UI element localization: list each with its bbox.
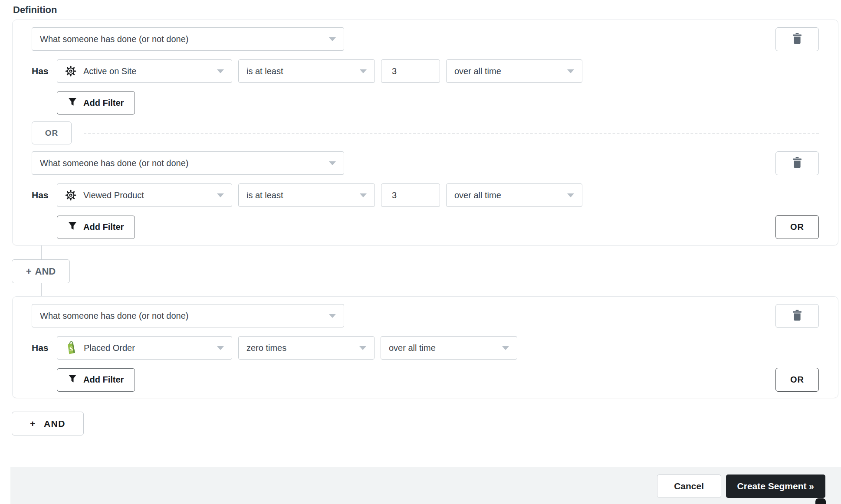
and-button-label: AND: [35, 266, 56, 277]
operator-dropdown[interactable]: is at least: [238, 183, 375, 207]
add-filter-label: Add Filter: [83, 375, 124, 385]
chevron-down-icon: [329, 161, 336, 165]
add-and-group-button[interactable]: + AND: [12, 259, 70, 283]
timeframe-value: over all time: [454, 190, 501, 200]
condition-block: What someone has done (or not done) Has: [32, 151, 819, 239]
condition-type-value: What someone has done (or not done): [40, 158, 188, 168]
timeframe-dropdown[interactable]: over all time: [381, 336, 517, 360]
condition-type-value: What someone has done (or not done): [40, 311, 188, 321]
and-connector-line: [41, 245, 42, 259]
add-filter-button[interactable]: Add Filter: [57, 368, 135, 392]
trash-icon: [792, 33, 802, 46]
operator-value: is at least: [246, 190, 283, 200]
delete-condition-button[interactable]: [775, 304, 819, 328]
condition-type-value: What someone has done (or not done): [40, 34, 188, 44]
funnel-icon: [68, 374, 77, 385]
trash-icon: [792, 310, 802, 323]
event-value: Active on Site: [83, 66, 136, 76]
condition-type-dropdown[interactable]: What someone has done (or not done): [32, 304, 344, 327]
add-and-group-button[interactable]: + AND: [12, 412, 84, 435]
trash-icon: [792, 157, 802, 170]
add-or-condition-button[interactable]: OR: [775, 215, 819, 239]
chevron-down-icon: [217, 346, 224, 350]
has-label: Has: [32, 343, 51, 353]
event-dropdown[interactable]: Active on Site: [57, 59, 232, 83]
footer-action-bar: Cancel Create Segment »: [10, 467, 841, 504]
quantity-input[interactable]: [381, 183, 440, 207]
condition-group-card: What someone has done (or not done) Has: [12, 20, 838, 245]
chevron-down-icon: [329, 37, 336, 41]
funnel-icon: [68, 222, 77, 232]
gear-icon: [65, 190, 76, 201]
event-dropdown[interactable]: S Placed Order: [57, 336, 232, 360]
event-value: Placed Order: [84, 343, 135, 353]
and-button-label: AND: [44, 419, 66, 429]
operator-dropdown[interactable]: zero times: [238, 336, 375, 360]
chevron-down-icon: [567, 193, 574, 197]
plus-icon: +: [26, 266, 32, 277]
condition-group-card: What someone has done (or not done) Has …: [12, 296, 838, 398]
add-or-condition-button[interactable]: OR: [775, 368, 819, 392]
event-value: Viewed Product: [83, 190, 144, 200]
page-title: Definition: [13, 4, 841, 16]
add-filter-button[interactable]: Add Filter: [57, 216, 135, 239]
condition-type-dropdown[interactable]: What someone has done (or not done): [32, 151, 344, 175]
chevron-down-icon: [359, 346, 366, 350]
has-label: Has: [32, 66, 51, 76]
condition-type-dropdown[interactable]: What someone has done (or not done): [32, 27, 344, 51]
timeframe-dropdown[interactable]: over all time: [446, 59, 582, 83]
cancel-button[interactable]: Cancel: [657, 475, 721, 498]
chevron-down-icon: [217, 69, 224, 73]
chevron-down-icon: [329, 314, 336, 318]
gear-icon: [65, 65, 76, 77]
delete-condition-button[interactable]: [775, 27, 819, 51]
chevron-down-icon: [217, 193, 224, 197]
chevron-down-icon: [360, 69, 367, 73]
operator-value: zero times: [246, 343, 286, 353]
or-separator: OR: [32, 121, 819, 144]
timeframe-value: over all time: [389, 343, 436, 353]
add-filter-button[interactable]: Add Filter: [57, 91, 135, 115]
event-dropdown[interactable]: Viewed Product: [57, 183, 232, 207]
timeframe-value: over all time: [454, 66, 501, 76]
plus-icon: +: [30, 419, 36, 429]
or-dashed-line: [84, 133, 819, 134]
has-label: Has: [32, 190, 51, 200]
chat-widget-partial[interactable]: [815, 498, 826, 504]
and-connector-line: [41, 283, 42, 296]
delete-condition-button[interactable]: [775, 151, 819, 175]
create-segment-button[interactable]: Create Segment »: [726, 475, 825, 498]
condition-block: What someone has done (or not done) Has: [32, 27, 819, 115]
operator-dropdown[interactable]: is at least: [238, 59, 375, 83]
quantity-input[interactable]: [381, 59, 440, 83]
or-connector-chip: OR: [32, 121, 72, 144]
chevron-down-icon: [360, 193, 367, 197]
chevron-down-icon: [567, 69, 574, 73]
operator-value: is at least: [246, 66, 283, 76]
funnel-icon: [68, 98, 77, 108]
timeframe-dropdown[interactable]: over all time: [446, 183, 582, 207]
add-filter-label: Add Filter: [83, 98, 124, 108]
shopify-bag-icon: S: [65, 340, 77, 356]
condition-block: What someone has done (or not done) Has …: [32, 304, 819, 392]
chevron-down-icon: [502, 346, 509, 350]
add-filter-label: Add Filter: [83, 222, 124, 232]
